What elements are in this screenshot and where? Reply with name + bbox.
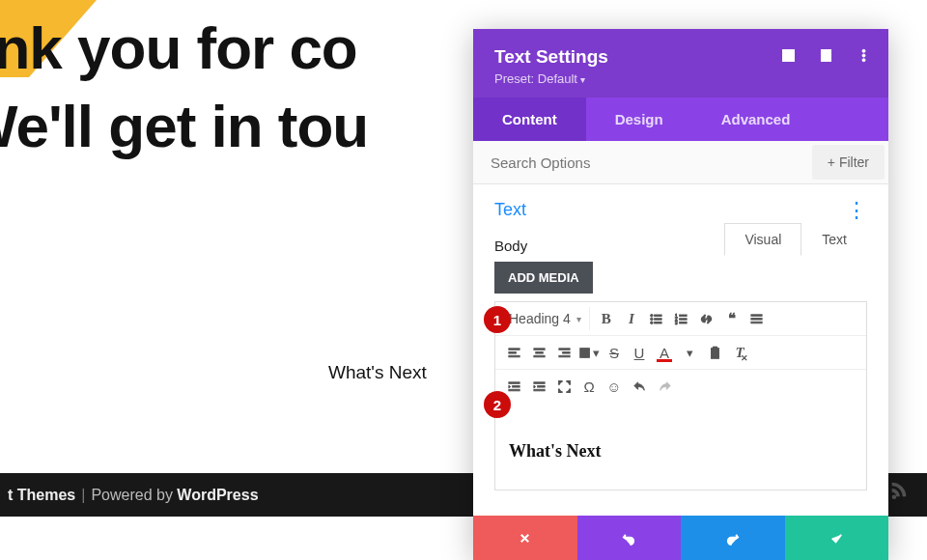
- hero-line-2: We'll get in tou: [0, 93, 368, 159]
- strikethrough-icon[interactable]: S: [602, 340, 627, 365]
- editor-text[interactable]: What's Next: [509, 441, 853, 462]
- snap-icon[interactable]: [819, 48, 833, 67]
- italic-icon[interactable]: I: [619, 306, 644, 331]
- editor-toolbar-row-2: ▾ S U A ▾ T✕: [495, 336, 866, 370]
- text-color-icon[interactable]: A: [652, 340, 677, 365]
- indent-icon[interactable]: [526, 374, 551, 399]
- expand-icon[interactable]: [781, 48, 796, 67]
- svg-rect-25: [533, 355, 544, 357]
- filter-label: Filter: [839, 154, 869, 170]
- svg-rect-14: [680, 318, 688, 320]
- editor-mode-tabs: Visual Text: [724, 223, 867, 256]
- special-char-icon[interactable]: Ω: [576, 374, 602, 399]
- editor-toolbar-row-3: Ω ☺: [495, 370, 866, 403]
- editor-toolbar-wrap: 1 2 Heading 4 B I 123 ❝ ▾ S U A ▾: [494, 301, 867, 490]
- confirm-button[interactable]: [785, 516, 889, 560]
- undo-button[interactable]: [577, 516, 682, 560]
- mode-visual[interactable]: Visual: [724, 223, 801, 256]
- add-media-button[interactable]: ADD MEDIA: [494, 262, 593, 294]
- panel-tabs: Content Design Advanced: [473, 98, 888, 141]
- rss-icon[interactable]: [888, 479, 910, 504]
- bold-icon[interactable]: B: [594, 306, 619, 331]
- svg-rect-12: [680, 315, 688, 317]
- editor-content-area[interactable]: What's Next: [495, 403, 866, 490]
- svg-point-4: [862, 59, 865, 62]
- svg-rect-17: [751, 314, 762, 316]
- panel-footer-actions: [473, 516, 888, 560]
- callout-badge-2: 2: [484, 391, 511, 418]
- footer-separator: |: [81, 487, 85, 504]
- section-more-icon[interactable]: ⋮: [846, 205, 867, 215]
- svg-rect-0: [783, 50, 794, 61]
- cancel-button[interactable]: [473, 516, 577, 560]
- underline-icon[interactable]: U: [627, 340, 652, 365]
- footer-brand: t Themes: [8, 487, 75, 504]
- svg-point-2: [862, 49, 865, 52]
- align-left-icon[interactable]: [501, 340, 526, 365]
- svg-rect-21: [508, 351, 516, 353]
- redo-button[interactable]: [681, 516, 785, 560]
- svg-rect-19: [751, 322, 762, 323]
- align-justify-icon[interactable]: [744, 306, 770, 331]
- fullscreen-icon[interactable]: [551, 374, 576, 399]
- svg-rect-20: [508, 348, 519, 350]
- link-icon[interactable]: [694, 306, 719, 331]
- panel-header: Text Settings Preset: Default: [473, 29, 888, 98]
- hero-line-1: ank you for co: [0, 14, 357, 81]
- align-center-icon[interactable]: [526, 340, 551, 365]
- tab-advanced[interactable]: Advanced: [692, 98, 820, 141]
- svg-rect-37: [533, 389, 544, 391]
- align-right-icon[interactable]: [551, 340, 576, 365]
- svg-point-5: [651, 314, 654, 317]
- emoji-icon[interactable]: ☺: [602, 374, 627, 399]
- svg-rect-18: [751, 318, 762, 320]
- svg-point-7: [651, 318, 654, 321]
- svg-rect-27: [562, 351, 570, 353]
- svg-rect-28: [558, 355, 569, 357]
- svg-rect-22: [508, 355, 519, 357]
- redo-icon[interactable]: [652, 374, 677, 399]
- preset-selector[interactable]: Preset: Default: [494, 71, 867, 86]
- bullet-list-icon[interactable]: [644, 306, 669, 331]
- svg-text:3: 3: [675, 321, 678, 325]
- text-settings-panel: Text Settings Preset: Default Content De…: [473, 29, 888, 560]
- section-title-text[interactable]: Text: [494, 200, 526, 220]
- svg-point-3: [862, 54, 865, 57]
- svg-rect-26: [558, 348, 569, 350]
- footer-powered-label: Powered by: [91, 487, 173, 504]
- plus-icon: +: [828, 154, 835, 170]
- svg-rect-35: [533, 381, 544, 383]
- clear-formatting-icon[interactable]: T✕: [727, 340, 752, 365]
- svg-rect-31: [713, 347, 716, 349]
- filter-button[interactable]: + Filter: [812, 145, 885, 180]
- svg-rect-8: [655, 318, 662, 320]
- format-select[interactable]: Heading 4: [501, 307, 590, 330]
- blockquote-icon[interactable]: ❝: [719, 306, 744, 331]
- svg-rect-32: [508, 381, 519, 383]
- table-icon[interactable]: ▾: [576, 340, 602, 365]
- svg-rect-24: [535, 351, 543, 353]
- svg-rect-6: [655, 315, 662, 317]
- svg-rect-23: [533, 348, 544, 350]
- svg-rect-10: [655, 322, 662, 323]
- search-row: + Filter: [473, 141, 888, 184]
- footer-wordpress-link[interactable]: WordPress: [177, 487, 258, 504]
- undo-icon[interactable]: [627, 374, 652, 399]
- mode-text[interactable]: Text: [801, 223, 867, 256]
- callout-badge-1: 1: [484, 306, 511, 333]
- svg-point-9: [651, 321, 654, 323]
- text-color-dropdown-icon[interactable]: ▾: [677, 340, 702, 365]
- tab-design[interactable]: Design: [586, 98, 692, 141]
- svg-rect-36: [537, 385, 545, 387]
- tab-content[interactable]: Content: [473, 98, 586, 141]
- search-input[interactable]: [473, 143, 808, 182]
- panel-more-icon[interactable]: [857, 48, 871, 67]
- svg-rect-16: [680, 322, 688, 323]
- numbered-list-icon[interactable]: 123: [669, 306, 694, 331]
- page-subheading: What's Next: [328, 362, 427, 383]
- page-hero-heading: ank you for co We'll get in tou: [0, 10, 368, 165]
- svg-rect-33: [512, 385, 520, 387]
- paste-icon[interactable]: [702, 340, 727, 365]
- svg-rect-34: [508, 389, 519, 391]
- editor-toolbar-row-1: Heading 4 B I 123 ❝: [495, 302, 866, 336]
